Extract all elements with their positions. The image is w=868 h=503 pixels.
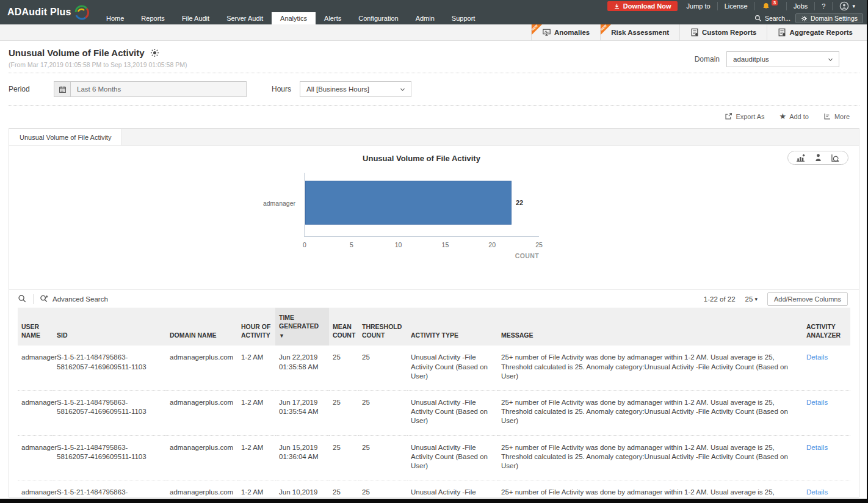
chevron-down-icon bbox=[399, 86, 406, 93]
col-message[interactable]: MESSAGE bbox=[497, 308, 803, 346]
nav-item-support[interactable]: Support bbox=[443, 12, 484, 24]
notification-badge: 3 bbox=[772, 0, 778, 5]
col-hour-of-activity[interactable]: HOUR OF ACTIVITY bbox=[237, 308, 275, 346]
domain-settings-button[interactable]: Domain Settings bbox=[795, 13, 863, 23]
risk-assessment-link[interactable]: NEW Risk Assessment bbox=[600, 24, 679, 40]
table-header-row: USER NAME SID DOMAIN NAME HOUR OF ACTIVI… bbox=[18, 308, 850, 346]
x-tick-label: 25 bbox=[535, 241, 543, 248]
x-tick-label: 20 bbox=[488, 241, 496, 248]
download-now-button[interactable]: Download Now bbox=[607, 1, 678, 11]
export-icon bbox=[725, 112, 732, 120]
x-tick-label: 5 bbox=[350, 241, 353, 248]
search-icon bbox=[754, 15, 762, 22]
cell-hour: 1-2 AM bbox=[237, 391, 275, 436]
col-activity-type[interactable]: ACTIVITY TYPE bbox=[407, 308, 497, 346]
chart-title: Unusual Volume of File Activity bbox=[304, 154, 539, 163]
calendar-icon[interactable] bbox=[54, 81, 71, 97]
nav-item-reports[interactable]: Reports bbox=[132, 12, 173, 24]
details-link[interactable]: Details bbox=[806, 353, 828, 361]
hours-select[interactable]: All [Business Hours] bbox=[300, 81, 411, 97]
cell-domain-name: admanagerplus.com bbox=[166, 480, 237, 498]
page-title: Unusual Volume of File Activity bbox=[9, 48, 145, 58]
anomalies-link[interactable]: NEW Anomalies bbox=[531, 24, 600, 40]
help-button[interactable]: ? bbox=[814, 2, 832, 10]
cell-threshold: 25 bbox=[358, 391, 407, 436]
cell-activity-type: Unusual Activity -File Activity Count (B… bbox=[407, 480, 497, 498]
adaudit-plus-app: ADAudit Plus Download Now Jump to bbox=[0, 0, 868, 503]
cell-hour: 1-2 AM bbox=[237, 480, 275, 498]
more-button[interactable]: More bbox=[823, 112, 850, 120]
anomalies-icon bbox=[542, 28, 551, 37]
table-search-icon[interactable] bbox=[18, 294, 27, 303]
cell-threshold: 25 bbox=[358, 435, 407, 480]
advanced-search-button[interactable]: Advanced Search bbox=[40, 294, 108, 303]
window-edge-bottom bbox=[0, 499, 868, 503]
nav-item-file-audit[interactable]: File Audit bbox=[173, 12, 218, 24]
nav-item-admin[interactable]: Admin bbox=[407, 12, 443, 24]
col-threshold-count[interactable]: THRESHOLD COUNT bbox=[358, 308, 407, 346]
col-user-name[interactable]: USER NAME bbox=[18, 308, 53, 346]
notifications-button[interactable]: 3 bbox=[754, 2, 786, 10]
nav-item-analytics[interactable]: Analytics bbox=[272, 12, 316, 24]
gear-icon bbox=[801, 15, 808, 22]
x-tick-label: 10 bbox=[395, 241, 402, 248]
cell-domain-name: admanagerplus.com bbox=[166, 346, 237, 390]
cell-domain-name: admanagerplus.com bbox=[166, 391, 237, 436]
global-search-button[interactable]: Search... bbox=[754, 15, 790, 22]
aggregate-reports-link[interactable]: Aggregate Reports bbox=[767, 24, 863, 40]
cell-sid: S-1-5-21-1484795863-58162057-4169609511-… bbox=[53, 346, 166, 390]
nav-item-alerts[interactable]: Alerts bbox=[316, 12, 350, 24]
report-date-range: (From Mar 17,2019 01:05:58 PM to Sep 13,… bbox=[9, 61, 187, 68]
details-link[interactable]: Details bbox=[806, 399, 828, 406]
download-icon bbox=[613, 3, 620, 10]
chart-user-icon[interactable] bbox=[814, 153, 822, 162]
chart-bar[interactable] bbox=[305, 181, 512, 225]
license-menu[interactable]: License bbox=[717, 2, 754, 10]
col-mean-count[interactable]: MEAN COUNT bbox=[329, 308, 358, 346]
add-to-button[interactable]: ★ Add to bbox=[779, 112, 808, 120]
jobs-menu[interactable]: Jobs bbox=[786, 2, 814, 10]
x-axis-label: COUNT bbox=[515, 252, 539, 259]
nav-item-configuration[interactable]: Configuration bbox=[350, 12, 407, 24]
add-remove-columns-button[interactable]: Add/Remove Columns bbox=[767, 292, 848, 306]
export-as-button[interactable]: Export As bbox=[725, 112, 764, 120]
jump-to-menu[interactable]: Jump to bbox=[680, 2, 717, 10]
nav-item-server-audit[interactable]: Server Audit bbox=[218, 12, 272, 24]
cell-hour: 1-2 AM bbox=[237, 346, 275, 390]
cell-message: 25+ number of File Activity was done by … bbox=[497, 346, 803, 390]
filter-row: Period Last 6 Months Hours All [Business… bbox=[9, 73, 859, 106]
domain-select[interactable]: adauditplus bbox=[726, 51, 839, 67]
chart-type-icon[interactable] bbox=[795, 153, 806, 162]
custom-reports-icon bbox=[690, 28, 699, 37]
details-link[interactable]: Details bbox=[806, 488, 828, 496]
chart-area: Unusual Volume of File Activity admanage… bbox=[9, 146, 859, 289]
cell-message: 25+ number of File Activity was done by … bbox=[497, 480, 803, 498]
page-title-row: Unusual Volume of File Activity bbox=[9, 48, 187, 58]
cell-mean: 25 bbox=[329, 435, 358, 480]
table-row: admanager S-1-5-21-1484795863-58162057-4… bbox=[18, 346, 850, 390]
sun-icon[interactable] bbox=[150, 48, 159, 57]
sort-desc-icon[interactable]: ▼ bbox=[279, 332, 325, 339]
cell-activity-type: Unusual Activity -File Activity Count (B… bbox=[407, 391, 497, 436]
user-account-menu[interactable]: ▾ bbox=[832, 2, 862, 10]
cell-sid: S-1-5-21-1484795863-58162057-4169609511-… bbox=[53, 480, 166, 498]
details-link[interactable]: Details bbox=[806, 444, 828, 451]
col-domain-name[interactable]: DOMAIN NAME bbox=[166, 308, 237, 346]
col-activity-analyzer[interactable]: ACTIVITY ANALYZER bbox=[803, 308, 850, 346]
cell-time: Jun 10,2019 01:35:50 AM bbox=[275, 480, 329, 498]
chart-refresh-icon[interactable] bbox=[831, 153, 841, 162]
tab-unusual-volume[interactable]: Unusual Volume of File Activity bbox=[9, 129, 122, 145]
table-row: admanager S-1-5-21-1484795863-58162057-4… bbox=[18, 391, 850, 436]
page-size-select[interactable]: 25 ▾ bbox=[745, 295, 758, 303]
nav-item-home[interactable]: Home bbox=[98, 12, 132, 24]
chart-x-ticks: 0510152025 bbox=[305, 241, 539, 250]
col-time-generated[interactable]: TIME GENERATED▼ bbox=[275, 308, 329, 346]
cell-threshold: 25 bbox=[358, 480, 407, 498]
cell-mean: 25 bbox=[329, 346, 358, 390]
col-sid[interactable]: SID bbox=[53, 308, 166, 346]
hours-label: Hours bbox=[272, 85, 291, 93]
period-input[interactable]: Last 6 Months bbox=[71, 81, 247, 97]
app-logo[interactable]: ADAudit Plus bbox=[0, 0, 93, 24]
custom-reports-link[interactable]: Custom Reports bbox=[679, 24, 767, 40]
bar-value-label: 22 bbox=[516, 199, 523, 206]
